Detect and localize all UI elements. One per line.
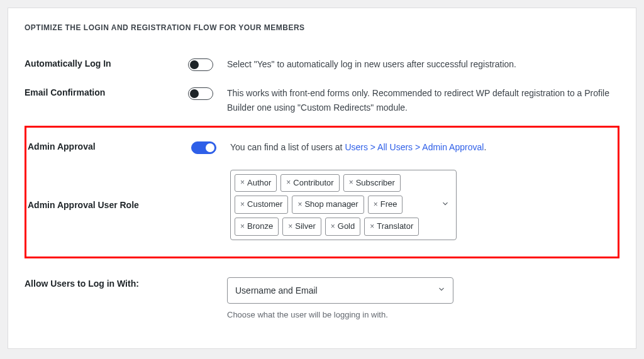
row-email-confirm: Email Confirmation This works with front… [25, 79, 619, 122]
chevron-down-icon [441, 198, 450, 212]
link-admin-approval-users[interactable]: Users > All Users > Admin Approval [345, 142, 484, 152]
row-admin-approval: Admin Approval You can find a list of us… [28, 133, 616, 162]
role-tag-label: Silver [295, 220, 316, 233]
multiselect-admin-approval-roles[interactable]: ×Author×Contributor×Subscriber×Customer×… [230, 170, 457, 240]
role-tag-label: Customer [247, 198, 282, 211]
label-admin-approval: Admin Approval [28, 140, 191, 152]
role-tag-label: Author [247, 177, 271, 190]
role-tag-label: Translator [377, 220, 413, 233]
role-tag-label: Contributor [293, 177, 333, 190]
close-icon[interactable]: × [240, 177, 245, 189]
close-icon[interactable]: × [286, 177, 291, 189]
label-email-confirm: Email Confirmation [25, 86, 188, 97]
role-tag[interactable]: ×Translator [364, 218, 419, 236]
role-tag[interactable]: ×Gold [325, 218, 360, 236]
close-icon[interactable]: × [240, 221, 245, 233]
role-tag[interactable]: ×Bronze [235, 218, 279, 236]
close-icon[interactable]: × [240, 199, 245, 211]
role-tag-label: Free [380, 198, 397, 211]
close-icon[interactable]: × [374, 199, 378, 211]
close-icon[interactable]: × [370, 221, 374, 233]
desc-email-confirm: This works with front-end forms only. Re… [227, 86, 619, 114]
label-login-with: Allow Users to Log in With: [25, 277, 188, 289]
role-tag-label: Gold [338, 220, 355, 233]
row-auto-login: Automatically Log In Select "Yes" to aut… [25, 50, 619, 79]
role-tag[interactable]: ×Author [235, 174, 277, 192]
role-tag[interactable]: ×Free [368, 196, 403, 214]
close-icon[interactable]: × [349, 177, 353, 189]
toggle-auto-login[interactable] [188, 58, 213, 71]
role-tag[interactable]: ×Shop manager [292, 196, 364, 214]
close-icon[interactable]: × [331, 221, 335, 233]
desc-auto-login: Select "Yes" to automatically log in new… [227, 57, 619, 71]
role-tag[interactable]: ×Customer [235, 196, 288, 214]
role-tag[interactable]: ×Silver [282, 218, 321, 236]
row-admin-approval-roles: Admin Approval User Role ×Author×Contrib… [28, 162, 616, 248]
toggle-email-confirm[interactable] [188, 87, 213, 100]
role-tag-label: Subscriber [356, 177, 395, 190]
row-login-with: Allow Users to Log in With: Username and… [25, 270, 619, 329]
close-icon[interactable]: × [288, 221, 292, 233]
label-admin-approval-roles: Admin Approval User Role [28, 200, 191, 210]
desc-admin-approval: You can find a list of users at Users > … [230, 140, 616, 154]
role-tag-label: Bronze [247, 220, 273, 233]
label-auto-login: Automatically Log In [25, 57, 188, 69]
highlight-admin-approval: Admin Approval You can find a list of us… [25, 126, 619, 258]
toggle-admin-approval[interactable] [191, 141, 216, 154]
section-title: OPTIMIZE THE LOGIN AND REGISTRATION FLOW… [25, 23, 619, 32]
select-login-with[interactable]: Username and Email [227, 277, 453, 304]
role-tag-label: Shop manager [304, 198, 358, 211]
help-login-with: Choose what the user will be logging in … [227, 309, 619, 322]
role-tag[interactable]: ×Subscriber [343, 174, 401, 192]
settings-panel: OPTIMIZE THE LOGIN AND REGISTRATION FLOW… [8, 8, 636, 349]
role-tag[interactable]: ×Contributor [280, 174, 339, 192]
close-icon[interactable]: × [297, 199, 302, 211]
